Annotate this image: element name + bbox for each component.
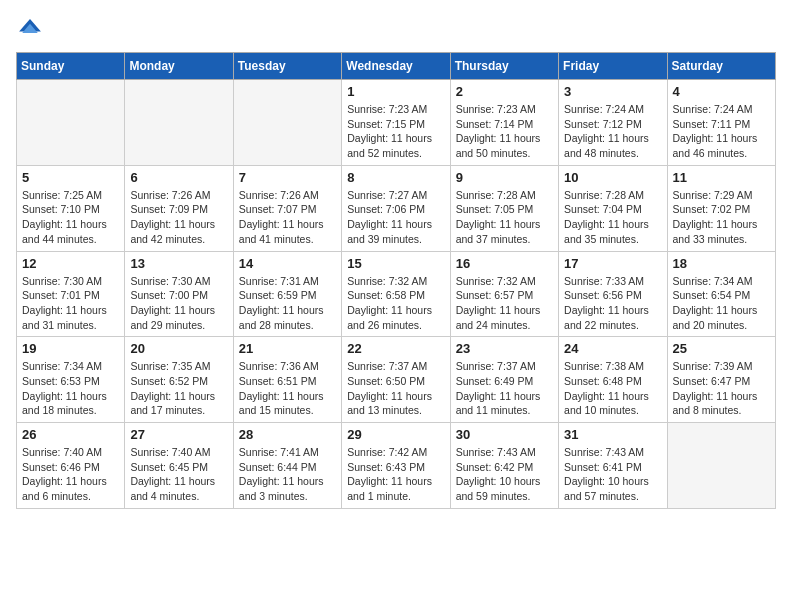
calendar-week-5: 26Sunrise: 7:40 AMSunset: 6:46 PMDayligh… bbox=[17, 423, 776, 509]
calendar-cell: 27Sunrise: 7:40 AMSunset: 6:45 PMDayligh… bbox=[125, 423, 233, 509]
weekday-header-row: SundayMondayTuesdayWednesdayThursdayFrid… bbox=[17, 53, 776, 80]
calendar-cell: 17Sunrise: 7:33 AMSunset: 6:56 PMDayligh… bbox=[559, 251, 667, 337]
calendar-cell: 11Sunrise: 7:29 AMSunset: 7:02 PMDayligh… bbox=[667, 165, 775, 251]
day-info: Sunrise: 7:35 AMSunset: 6:52 PMDaylight:… bbox=[130, 359, 227, 418]
day-number: 19 bbox=[22, 341, 119, 356]
day-info: Sunrise: 7:34 AMSunset: 6:53 PMDaylight:… bbox=[22, 359, 119, 418]
day-info: Sunrise: 7:32 AMSunset: 6:57 PMDaylight:… bbox=[456, 274, 553, 333]
day-info: Sunrise: 7:27 AMSunset: 7:06 PMDaylight:… bbox=[347, 188, 444, 247]
day-number: 9 bbox=[456, 170, 553, 185]
calendar-cell: 14Sunrise: 7:31 AMSunset: 6:59 PMDayligh… bbox=[233, 251, 341, 337]
logo bbox=[16, 16, 48, 44]
calendar: SundayMondayTuesdayWednesdayThursdayFrid… bbox=[16, 52, 776, 509]
calendar-cell: 7Sunrise: 7:26 AMSunset: 7:07 PMDaylight… bbox=[233, 165, 341, 251]
day-info: Sunrise: 7:43 AMSunset: 6:42 PMDaylight:… bbox=[456, 445, 553, 504]
day-number: 27 bbox=[130, 427, 227, 442]
calendar-cell: 31Sunrise: 7:43 AMSunset: 6:41 PMDayligh… bbox=[559, 423, 667, 509]
day-number: 23 bbox=[456, 341, 553, 356]
calendar-week-4: 19Sunrise: 7:34 AMSunset: 6:53 PMDayligh… bbox=[17, 337, 776, 423]
day-number: 25 bbox=[673, 341, 770, 356]
day-number: 11 bbox=[673, 170, 770, 185]
day-info: Sunrise: 7:37 AMSunset: 6:50 PMDaylight:… bbox=[347, 359, 444, 418]
day-number: 8 bbox=[347, 170, 444, 185]
day-info: Sunrise: 7:28 AMSunset: 7:04 PMDaylight:… bbox=[564, 188, 661, 247]
calendar-cell: 13Sunrise: 7:30 AMSunset: 7:00 PMDayligh… bbox=[125, 251, 233, 337]
day-info: Sunrise: 7:43 AMSunset: 6:41 PMDaylight:… bbox=[564, 445, 661, 504]
calendar-header: SundayMondayTuesdayWednesdayThursdayFrid… bbox=[17, 53, 776, 80]
calendar-week-2: 5Sunrise: 7:25 AMSunset: 7:10 PMDaylight… bbox=[17, 165, 776, 251]
calendar-cell bbox=[233, 80, 341, 166]
day-number: 21 bbox=[239, 341, 336, 356]
weekday-header-wednesday: Wednesday bbox=[342, 53, 450, 80]
day-number: 26 bbox=[22, 427, 119, 442]
calendar-cell bbox=[17, 80, 125, 166]
day-number: 4 bbox=[673, 84, 770, 99]
day-info: Sunrise: 7:24 AMSunset: 7:11 PMDaylight:… bbox=[673, 102, 770, 161]
calendar-cell: 23Sunrise: 7:37 AMSunset: 6:49 PMDayligh… bbox=[450, 337, 558, 423]
day-number: 15 bbox=[347, 256, 444, 271]
calendar-cell: 10Sunrise: 7:28 AMSunset: 7:04 PMDayligh… bbox=[559, 165, 667, 251]
calendar-cell: 15Sunrise: 7:32 AMSunset: 6:58 PMDayligh… bbox=[342, 251, 450, 337]
day-info: Sunrise: 7:38 AMSunset: 6:48 PMDaylight:… bbox=[564, 359, 661, 418]
calendar-cell: 6Sunrise: 7:26 AMSunset: 7:09 PMDaylight… bbox=[125, 165, 233, 251]
day-number: 17 bbox=[564, 256, 661, 271]
day-number: 12 bbox=[22, 256, 119, 271]
day-number: 14 bbox=[239, 256, 336, 271]
calendar-cell: 3Sunrise: 7:24 AMSunset: 7:12 PMDaylight… bbox=[559, 80, 667, 166]
calendar-cell: 9Sunrise: 7:28 AMSunset: 7:05 PMDaylight… bbox=[450, 165, 558, 251]
day-info: Sunrise: 7:41 AMSunset: 6:44 PMDaylight:… bbox=[239, 445, 336, 504]
day-number: 31 bbox=[564, 427, 661, 442]
weekday-header-tuesday: Tuesday bbox=[233, 53, 341, 80]
day-number: 13 bbox=[130, 256, 227, 271]
day-info: Sunrise: 7:30 AMSunset: 7:01 PMDaylight:… bbox=[22, 274, 119, 333]
day-number: 2 bbox=[456, 84, 553, 99]
calendar-cell: 29Sunrise: 7:42 AMSunset: 6:43 PMDayligh… bbox=[342, 423, 450, 509]
calendar-cell: 22Sunrise: 7:37 AMSunset: 6:50 PMDayligh… bbox=[342, 337, 450, 423]
day-number: 30 bbox=[456, 427, 553, 442]
calendar-cell: 30Sunrise: 7:43 AMSunset: 6:42 PMDayligh… bbox=[450, 423, 558, 509]
calendar-cell: 18Sunrise: 7:34 AMSunset: 6:54 PMDayligh… bbox=[667, 251, 775, 337]
weekday-header-sunday: Sunday bbox=[17, 53, 125, 80]
day-number: 22 bbox=[347, 341, 444, 356]
day-number: 29 bbox=[347, 427, 444, 442]
calendar-cell: 8Sunrise: 7:27 AMSunset: 7:06 PMDaylight… bbox=[342, 165, 450, 251]
day-number: 7 bbox=[239, 170, 336, 185]
calendar-cell: 24Sunrise: 7:38 AMSunset: 6:48 PMDayligh… bbox=[559, 337, 667, 423]
day-info: Sunrise: 7:23 AMSunset: 7:14 PMDaylight:… bbox=[456, 102, 553, 161]
day-number: 3 bbox=[564, 84, 661, 99]
logo-icon bbox=[16, 16, 44, 44]
day-info: Sunrise: 7:40 AMSunset: 6:46 PMDaylight:… bbox=[22, 445, 119, 504]
day-info: Sunrise: 7:28 AMSunset: 7:05 PMDaylight:… bbox=[456, 188, 553, 247]
day-number: 16 bbox=[456, 256, 553, 271]
day-info: Sunrise: 7:25 AMSunset: 7:10 PMDaylight:… bbox=[22, 188, 119, 247]
calendar-cell: 16Sunrise: 7:32 AMSunset: 6:57 PMDayligh… bbox=[450, 251, 558, 337]
calendar-cell: 2Sunrise: 7:23 AMSunset: 7:14 PMDaylight… bbox=[450, 80, 558, 166]
day-number: 6 bbox=[130, 170, 227, 185]
weekday-header-friday: Friday bbox=[559, 53, 667, 80]
day-number: 5 bbox=[22, 170, 119, 185]
calendar-cell: 19Sunrise: 7:34 AMSunset: 6:53 PMDayligh… bbox=[17, 337, 125, 423]
calendar-cell bbox=[667, 423, 775, 509]
day-info: Sunrise: 7:37 AMSunset: 6:49 PMDaylight:… bbox=[456, 359, 553, 418]
day-info: Sunrise: 7:26 AMSunset: 7:07 PMDaylight:… bbox=[239, 188, 336, 247]
calendar-cell bbox=[125, 80, 233, 166]
calendar-cell: 12Sunrise: 7:30 AMSunset: 7:01 PMDayligh… bbox=[17, 251, 125, 337]
day-info: Sunrise: 7:33 AMSunset: 6:56 PMDaylight:… bbox=[564, 274, 661, 333]
calendar-cell: 20Sunrise: 7:35 AMSunset: 6:52 PMDayligh… bbox=[125, 337, 233, 423]
day-info: Sunrise: 7:26 AMSunset: 7:09 PMDaylight:… bbox=[130, 188, 227, 247]
calendar-cell: 4Sunrise: 7:24 AMSunset: 7:11 PMDaylight… bbox=[667, 80, 775, 166]
calendar-week-1: 1Sunrise: 7:23 AMSunset: 7:15 PMDaylight… bbox=[17, 80, 776, 166]
calendar-week-3: 12Sunrise: 7:30 AMSunset: 7:01 PMDayligh… bbox=[17, 251, 776, 337]
day-number: 1 bbox=[347, 84, 444, 99]
day-number: 18 bbox=[673, 256, 770, 271]
day-number: 24 bbox=[564, 341, 661, 356]
day-info: Sunrise: 7:42 AMSunset: 6:43 PMDaylight:… bbox=[347, 445, 444, 504]
day-info: Sunrise: 7:24 AMSunset: 7:12 PMDaylight:… bbox=[564, 102, 661, 161]
day-info: Sunrise: 7:32 AMSunset: 6:58 PMDaylight:… bbox=[347, 274, 444, 333]
day-info: Sunrise: 7:34 AMSunset: 6:54 PMDaylight:… bbox=[673, 274, 770, 333]
calendar-cell: 21Sunrise: 7:36 AMSunset: 6:51 PMDayligh… bbox=[233, 337, 341, 423]
day-info: Sunrise: 7:40 AMSunset: 6:45 PMDaylight:… bbox=[130, 445, 227, 504]
day-info: Sunrise: 7:29 AMSunset: 7:02 PMDaylight:… bbox=[673, 188, 770, 247]
calendar-cell: 26Sunrise: 7:40 AMSunset: 6:46 PMDayligh… bbox=[17, 423, 125, 509]
day-number: 10 bbox=[564, 170, 661, 185]
